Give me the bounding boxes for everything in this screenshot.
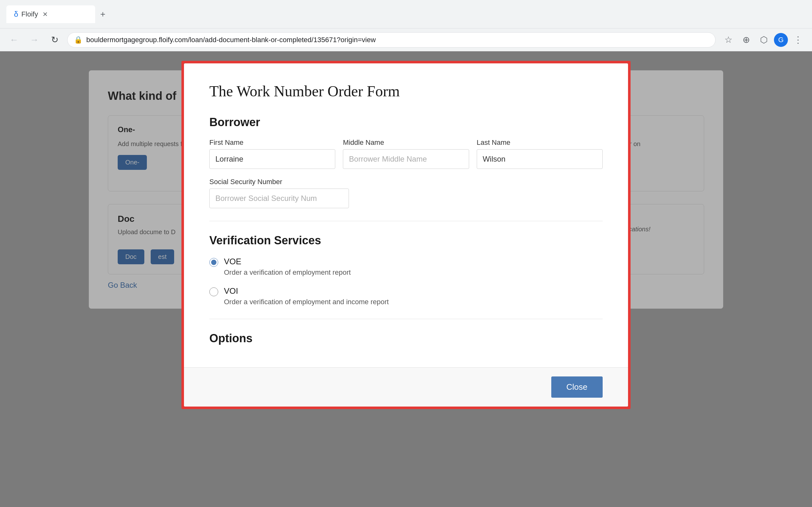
voe-desc: Order a verification of employment repor… [224, 268, 351, 277]
tab-close-button[interactable]: ✕ [41, 9, 49, 19]
modal-body: The Work Number Order Form Borrower Firs… [184, 63, 628, 367]
voi-title: VOI [224, 286, 389, 296]
bookmark-button[interactable]: ☆ [721, 32, 736, 48]
middle-name-group: Middle Name [343, 138, 469, 169]
section-divider [209, 221, 603, 221]
close-button[interactable]: Close [551, 377, 603, 398]
menu-button[interactable]: ⋮ [791, 32, 806, 48]
back-button[interactable]: ← [6, 32, 21, 48]
modal-overlay: The Work Number Order Form Borrower Firs… [0, 51, 812, 507]
borrower-section-title: Borrower [209, 116, 603, 129]
lock-icon: 🔒 [74, 36, 83, 44]
voe-radio[interactable] [209, 258, 218, 267]
first-name-group: First Name [209, 138, 335, 169]
voi-desc: Order a verification of employment and i… [224, 298, 389, 306]
voi-option: VOI Order a verification of employment a… [209, 286, 603, 306]
tab-title: Floify [21, 10, 38, 18]
ssn-group: Social Security Number [209, 178, 349, 208]
modal-highlight-border: The Work Number Order Form Borrower Firs… [182, 61, 630, 409]
address-bar[interactable]: 🔒 bouldermortgagegroup.floify.com/loan/a… [67, 32, 716, 48]
page-background: What kind of One- Add multiple requests … [0, 51, 812, 507]
section-divider-2 [209, 319, 603, 319]
middle-name-input[interactable] [343, 149, 469, 169]
voi-radio[interactable] [209, 287, 218, 296]
toolbar-actions: ☆ ⊕ ⬡ G ⋮ [721, 32, 806, 48]
browser-toolbar: ← → ↻ 🔒 bouldermortgagegroup.floify.com/… [0, 29, 812, 51]
work-number-modal: The Work Number Order Form Borrower Firs… [184, 63, 628, 406]
tab-favicon: δ [14, 10, 18, 19]
middle-name-label: Middle Name [343, 138, 469, 147]
url-text: bouldermortgagegroup.floify.com/loan/add… [86, 36, 709, 44]
first-name-input[interactable] [209, 149, 335, 169]
profile-button[interactable]: ⊕ [739, 32, 754, 48]
voe-option: VOE Order a verification of employment r… [209, 257, 603, 277]
last-name-input[interactable] [477, 149, 603, 169]
voe-title: VOE [224, 257, 351, 267]
options-section-title: Options [209, 332, 603, 345]
reload-button[interactable]: ↻ [47, 32, 62, 48]
new-tab-button[interactable]: + [100, 9, 105, 19]
modal-title: The Work Number Order Form [209, 82, 603, 100]
user-avatar[interactable]: G [774, 33, 788, 47]
first-name-label: First Name [209, 138, 335, 147]
ssn-input[interactable] [209, 188, 349, 208]
verification-section-title: Verification Services [209, 234, 603, 247]
voi-label-group: VOI Order a verification of employment a… [224, 286, 389, 306]
last-name-group: Last Name [477, 138, 603, 169]
name-form-row: First Name Middle Name Last Name [209, 138, 603, 169]
verification-section: Verification Services VOE Order a verifi… [209, 234, 603, 306]
modal-footer: Close [184, 367, 628, 406]
extension-button[interactable]: ⬡ [756, 32, 771, 48]
options-section: Options [209, 332, 603, 345]
forward-button[interactable]: → [27, 32, 42, 48]
voe-label-group: VOE Order a verification of employment r… [224, 257, 351, 277]
ssn-label: Social Security Number [209, 178, 349, 186]
active-tab[interactable]: δ Floify ✕ [6, 5, 95, 23]
ssn-form-row: Social Security Number [209, 178, 603, 208]
browser-tab-bar: δ Floify ✕ + [0, 0, 812, 29]
last-name-label: Last Name [477, 138, 603, 147]
